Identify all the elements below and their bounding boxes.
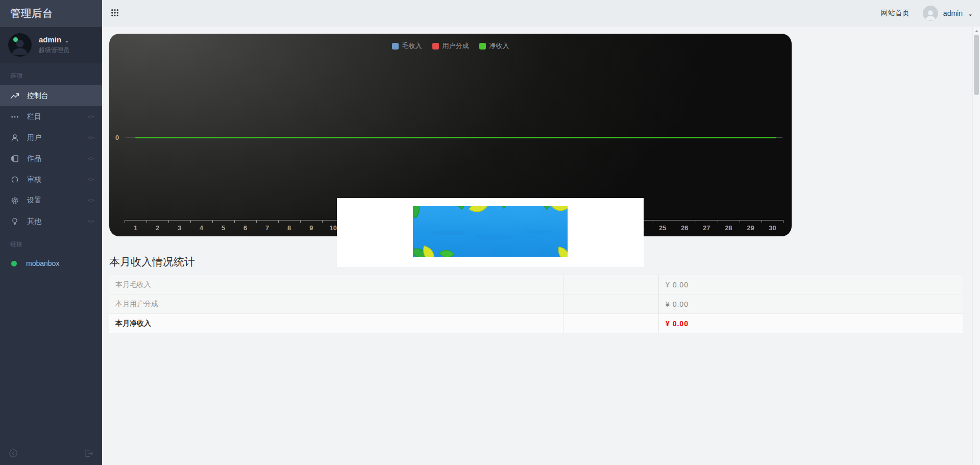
- audit-icon: [10, 175, 19, 184]
- x-axis-tick-label: 27: [696, 221, 718, 232]
- x-axis-tick-label: 7: [256, 221, 278, 232]
- stats-table-row: 本月用户分成 ¥ 0.00: [109, 295, 963, 314]
- sidebar-menu-item[interactable]: 审核 <>: [0, 169, 102, 190]
- legend-swatch-icon: [479, 43, 486, 50]
- legend-item[interactable]: 净收入: [479, 41, 509, 51]
- y-axis-tick-0: 0: [115, 134, 119, 141]
- x-axis-tick-label: 4: [190, 221, 212, 232]
- x-axis-tick-label: 6: [234, 221, 256, 232]
- sidebar: 管理后台 admin 超级管理员 选项 控制台 <> 栏目 <> 用户 <> 作…: [0, 0, 102, 465]
- sidebar-section-links: 链接: [0, 232, 102, 254]
- x-axis-tick-label: 9: [300, 221, 322, 232]
- stats-row-spacer: [563, 295, 658, 313]
- submenu-expand-icon: <>: [88, 114, 95, 119]
- x-axis-tick-label: 3: [168, 221, 190, 232]
- page-scrollbar[interactable]: [972, 27, 980, 465]
- profile-username: admin: [39, 35, 61, 44]
- profile-role: 超级管理员: [39, 46, 69, 55]
- x-axis-tick-label: 26: [674, 221, 696, 232]
- online-status-dot: [13, 37, 18, 42]
- loading-overlay: [337, 198, 644, 267]
- avatar: [8, 33, 32, 57]
- sidebar-menu-item[interactable]: 设置 <>: [0, 190, 102, 211]
- user-icon: [10, 133, 19, 142]
- stats-row-value: ¥ 0.00: [658, 275, 963, 294]
- stats-table-row: 本月净收入 ¥ 0.00: [109, 314, 963, 333]
- avatar-icon: [10, 36, 30, 57]
- sidebar-menu-item[interactable]: 控制台 <>: [0, 85, 102, 106]
- x-axis-tick-label: 25: [652, 221, 674, 232]
- legend-item[interactable]: 毛收入: [392, 41, 422, 51]
- topbar-username: admin: [943, 9, 963, 17]
- stats-row-label: 本月毛收入: [109, 275, 563, 294]
- apps-grid-icon[interactable]: [110, 8, 120, 18]
- sidebar-profile: admin 超级管理员: [0, 27, 102, 63]
- submenu-expand-icon: <>: [88, 218, 95, 224]
- scroll-up-icon[interactable]: [973, 27, 980, 35]
- sidebar-link-item[interactable]: mobanbox: [0, 254, 102, 273]
- bulb-icon: [10, 217, 19, 226]
- x-axis-tick-label: 30: [762, 221, 783, 232]
- leaves-banner-image: [413, 206, 568, 257]
- sidebar-menu-item[interactable]: 作品 <>: [0, 148, 102, 169]
- stats-row-spacer: [563, 314, 658, 333]
- x-axis-tick-label: 5: [212, 221, 234, 232]
- submenu-expand-icon: <>: [88, 177, 95, 182]
- profile-user-dropdown[interactable]: admin: [39, 35, 69, 44]
- x-axis-tick-label: 28: [718, 221, 740, 232]
- ellipsis-icon: [10, 112, 19, 121]
- sidebar-bottom-bar: [0, 442, 102, 465]
- scrollbar-thumb[interactable]: [974, 35, 979, 95]
- topbar-avatar: [923, 6, 938, 21]
- stats-table: 本月毛收入 ¥ 0.00 本月用户分成 ¥ 0.00 本月净收入 ¥ 0.00: [109, 275, 963, 333]
- caret-down-icon: [64, 37, 69, 42]
- gear-icon: [10, 196, 19, 205]
- chart-legend: 毛收入 用户分成 净收入: [109, 41, 792, 51]
- x-axis-tick-label: 8: [278, 221, 300, 232]
- main-content: 毛收入 用户分成 净收入 0 1234567891011121314151617…: [102, 27, 972, 465]
- site-home-link[interactable]: 网站首页: [881, 9, 910, 18]
- sidebar-menu-item[interactable]: 其他 <>: [0, 211, 102, 232]
- app-title: 管理后台: [0, 0, 102, 27]
- stats-table-row: 本月毛收入 ¥ 0.00: [109, 275, 963, 295]
- stats-row-value: ¥ 0.00: [658, 314, 963, 333]
- chart-line-icon: [10, 91, 19, 101]
- topbar: 网站首页 admin: [102, 0, 980, 27]
- sidebar-links: mobanbox: [0, 254, 102, 273]
- submenu-expand-icon: <>: [88, 198, 95, 203]
- sidebar-menu-item[interactable]: 用户 <>: [0, 127, 102, 148]
- caret-down-icon: [968, 11, 973, 16]
- legend-item[interactable]: 用户分成: [432, 41, 469, 51]
- sidebar-menu: 控制台 <> 栏目 <> 用户 <> 作品 <> 审核 <> 设置 <> 其他 …: [0, 85, 102, 232]
- stats-row-label: 本月用户分成: [109, 295, 563, 313]
- stats-row-value: ¥ 0.00: [658, 295, 963, 313]
- sidebar-section-options: 选项: [0, 63, 102, 85]
- link-status-dot-icon: [11, 261, 17, 266]
- legend-swatch-icon: [432, 43, 439, 50]
- submenu-expand-icon: <>: [88, 135, 95, 140]
- sidebar-menu-item[interactable]: 栏目 <>: [0, 106, 102, 127]
- stats-row-spacer: [563, 275, 658, 294]
- topbar-user-dropdown[interactable]: admin: [923, 6, 973, 21]
- submenu-expand-icon: <>: [88, 156, 95, 161]
- collapse-sidebar-icon[interactable]: [8, 448, 18, 458]
- x-axis-tick-label: 2: [146, 221, 168, 232]
- stats-row-label: 本月净收入: [109, 314, 563, 333]
- net-income-series-line: [135, 137, 776, 138]
- works-icon: [10, 154, 19, 163]
- x-axis-tick-label: 1: [125, 221, 146, 232]
- x-axis-tick-label: 29: [740, 221, 762, 232]
- legend-swatch-icon: [392, 43, 399, 50]
- logout-icon[interactable]: [84, 448, 94, 458]
